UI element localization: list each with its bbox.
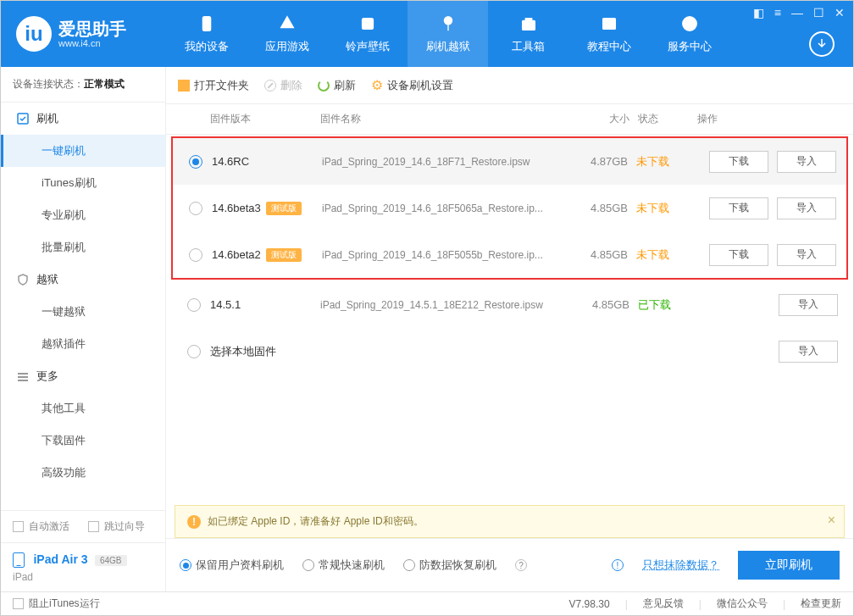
sidebar-options: 自动激活 跳过向导 [1,510,165,542]
import-button[interactable]: 导入 [777,244,836,266]
device-icon [13,552,25,568]
svg-rect-5 [602,19,615,30]
logo-area: iu 爱思助手 www.i4.cn [1,16,166,52]
logo-icon: iu [16,16,52,52]
nav-icon-3 [438,14,458,34]
wechat-link[interactable]: 微信公众号 [717,597,768,611]
sidebar-group-0[interactable]: 刷机 [1,103,165,135]
row-radio[interactable] [187,298,201,312]
nav-tabs: 我的设备应用游戏铃声壁纸刷机越狱工具箱教程中心服务中心 [166,1,729,67]
mode-radio[interactable] [302,559,314,571]
close-icon[interactable]: ✕ [835,6,845,19]
sidebar-item[interactable]: iTunes刷机 [1,167,165,199]
highlighted-group: 14.6RC iPad_Spring_2019_14.6_18F71_Resto… [171,136,848,280]
logo-title: 爱思助手 [58,19,126,38]
help-icon[interactable]: ? [515,559,527,571]
auto-activate-checkbox[interactable] [13,521,24,532]
refresh-icon [318,80,330,92]
flash-now-button[interactable]: 立即刷机 [738,551,840,580]
notice-close-icon[interactable]: × [828,513,835,528]
sidebar-item[interactable]: 批量刷机 [1,231,165,264]
nav-tab-0[interactable]: 我的设备 [166,1,247,67]
row-radio[interactable] [187,345,201,358]
open-folder-button[interactable]: 打开文件夹 [178,78,249,93]
toolbar: 打开文件夹 删除 刷新 ⚙设备刷机设置 [166,67,853,104]
sidebar: 设备连接状态：正常模式 刷机一键刷机iTunes刷机专业刷机批量刷机越狱一键越狱… [1,67,166,591]
feedback-link[interactable]: 意见反馈 [643,597,684,611]
svg-rect-4 [522,20,535,30]
svg-rect-9 [18,376,28,378]
footer: 阻止iTunes运行 V7.98.30 | 意见反馈 | 微信公众号 | 检查更… [1,591,853,615]
maximize-icon[interactable]: ☐ [813,6,824,19]
gear-icon: ⚙ [371,77,383,93]
nav-icon-1 [277,14,297,34]
nav-icon-0 [197,14,217,34]
check-update-link[interactable]: 检查更新 [801,597,841,611]
flash-mode-option[interactable]: 保留用户资料刷机 [180,558,284,573]
sidebar-item[interactable]: 一键刷机 [1,135,165,167]
skip-guide-checkbox[interactable] [88,521,99,532]
firmware-row[interactable]: 14.5.1 iPad_Spring_2019_14.5.1_18E212_Re… [166,281,853,328]
sidebar-item[interactable]: 专业刷机 [1,199,165,231]
erase-only-link[interactable]: 只想抹除数据？ [642,558,719,573]
download-manager-icon[interactable] [809,31,835,57]
row-radio[interactable] [189,155,202,169]
nav-tab-2[interactable]: 铃声壁纸 [327,1,408,67]
mode-radio[interactable] [180,559,191,571]
window-controls: ◧ ≡ — ☐ ✕ [753,6,845,19]
firmware-row[interactable]: 14.6RC iPad_Spring_2019_14.6_18F71_Resto… [173,138,846,185]
svg-rect-8 [18,373,28,375]
sidebar-item[interactable]: 越狱插件 [1,328,165,360]
delete-button[interactable]: 删除 [264,78,302,93]
device-type: iPad [13,571,153,583]
download-button[interactable]: 下载 [709,151,768,173]
refresh-button[interactable]: 刷新 [318,78,356,93]
connection-status: 设备连接状态：正常模式 [1,67,165,103]
device-panel: iPad Air 3 64GB iPad [1,542,165,591]
notice-bar: ! 如已绑定 Apple ID，请准备好 Apple ID和密码。 × [175,505,845,538]
download-button[interactable]: 下载 [709,197,768,219]
sidebar-item[interactable]: 下载固件 [1,425,165,457]
import-button[interactable]: 导入 [777,151,836,173]
firmware-row[interactable]: 14.6beta2测试版 iPad_Spring_2019_14.6_18F50… [173,231,846,278]
nav-tab-1[interactable]: 应用游戏 [247,1,327,67]
import-button[interactable]: 导入 [779,341,838,363]
group-icon [16,273,30,286]
sidebar-item[interactable]: 其他工具 [1,392,165,425]
svg-point-3 [444,17,452,25]
device-storage: 64GB [95,555,127,566]
delete-icon [264,80,276,92]
nav-icon-5 [599,14,619,34]
settings-button[interactable]: ⚙设备刷机设置 [371,77,453,93]
sidebar-item[interactable]: 高级功能 [1,457,165,489]
nav-tab-4[interactable]: 工具箱 [488,1,568,67]
info-icon[interactable]: ! [612,559,624,571]
minimize-icon[interactable]: — [791,6,803,19]
sidebar-group-1[interactable]: 越狱 [1,264,165,296]
flash-mode-option[interactable]: 常规快速刷机 [302,558,385,573]
nav-tab-5[interactable]: 教程中心 [568,1,649,67]
download-button[interactable]: 下载 [709,244,768,266]
sidebar-group-2[interactable]: 更多 [1,360,165,392]
main-panel: 打开文件夹 删除 刷新 ⚙设备刷机设置 固件版本 固件名称 大小 状态 操作 1… [166,67,853,591]
block-itunes-checkbox[interactable] [13,598,24,609]
mode-radio[interactable] [403,559,415,571]
import-button[interactable]: 导入 [779,294,838,316]
beta-badge: 测试版 [266,202,302,215]
menu-icon[interactable]: ≡ [774,6,781,19]
title-bar: iu 爱思助手 www.i4.cn 我的设备应用游戏铃声壁纸刷机越狱工具箱教程中… [1,1,853,67]
skin-icon[interactable]: ◧ [753,6,764,19]
nav-tab-3[interactable]: 刷机越狱 [408,1,488,67]
nav-icon-2 [358,14,378,34]
folder-icon [178,80,190,92]
beta-badge: 测试版 [266,248,302,262]
flash-mode-option[interactable]: 防数据恢复刷机 [403,558,496,573]
row-radio[interactable] [189,248,202,262]
version-label: V7.98.30 [569,598,610,610]
sidebar-item[interactable]: 一键越狱 [1,296,165,328]
nav-tab-6[interactable]: 服务中心 [649,1,729,67]
firmware-row[interactable]: 14.6beta3测试版 iPad_Spring_2019_14.6_18F50… [173,185,846,231]
import-button[interactable]: 导入 [777,197,836,219]
row-radio[interactable] [189,202,202,215]
local-firmware-row[interactable]: 选择本地固件 导入 [166,328,853,375]
